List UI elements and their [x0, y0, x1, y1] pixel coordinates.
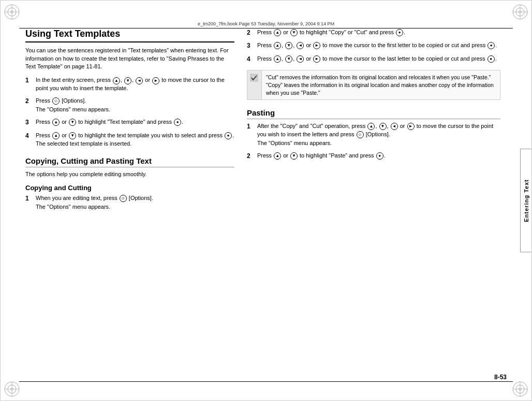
down-arrow-icon: ▼: [69, 119, 76, 126]
list-item: 1 In the text entry screen, press ▲, ▼, …: [25, 76, 234, 93]
down-arrow-icon: ▼: [379, 123, 387, 130]
step-num: 2: [247, 152, 253, 161]
svg-point-14: [10, 388, 13, 391]
up-arrow-icon: ▲: [52, 119, 60, 126]
select-btn-icon: ●: [225, 132, 232, 139]
down-arrow-icon: ▼: [285, 55, 292, 63]
up-arrow-icon: ▲: [113, 77, 120, 84]
step-content: Press ▲ or ▼ to highlight "Text template…: [36, 118, 234, 126]
svg-point-4: [10, 10, 13, 13]
options-btn-icon: ☺: [120, 195, 127, 202]
sub-text: The "Options" menu appears.: [36, 203, 234, 211]
section1-body: You can use the sentences registered in …: [25, 47, 234, 71]
up-arrow-icon: ▲: [52, 132, 60, 139]
down-arrow-icon: ▼: [124, 77, 131, 84]
select-btn-icon: ●: [487, 42, 495, 49]
section2-body: The options help you complete editing sm…: [25, 170, 234, 179]
list-item: 4 Press ▲ or ▼ to highlight the text tem…: [25, 132, 234, 149]
sub-text: The "Options" menu appears.: [36, 106, 234, 114]
right-column: 2 Press ▲ or ▼ to highlight "Copy" or "C…: [247, 28, 500, 375]
step-num: 1: [25, 194, 32, 203]
up-arrow-icon: ▲: [274, 55, 281, 63]
page-number: 8-53: [494, 374, 507, 381]
svg-point-19: [519, 388, 522, 391]
left-arrow-icon: ◄: [297, 55, 304, 63]
corner-decoration-br: [511, 380, 529, 398]
note-icon: [247, 70, 262, 99]
svg-point-9: [519, 10, 522, 13]
select-btn-icon: ●: [396, 29, 403, 36]
left-arrow-icon: ◄: [136, 77, 143, 84]
step-content: Press ▲ or ▼ to highlight "Copy" or "Cut…: [257, 28, 500, 37]
down-arrow-icon: ▼: [285, 42, 292, 49]
right-arrow-icon: ►: [407, 123, 415, 130]
step-num: 3: [25, 118, 32, 127]
step-content: Press ▲, ▼, ◄ or ► to move the cursor to…: [257, 55, 500, 63]
step-content: When you are editing text, press ☺ [Opti…: [36, 194, 234, 211]
step-content: Press ☺ [Options]. The "Options" menu ap…: [36, 97, 234, 114]
sub-text: The "Options" menu appears.: [257, 139, 500, 148]
left-arrow-icon: ◄: [297, 42, 304, 49]
page-container: e_tm200_7fm.book Page 53 Tuesday, Novemb…: [0, 0, 532, 401]
header-text: e_tm200_7fm.book Page 53 Tuesday, Novemb…: [198, 21, 334, 26]
options-btn-icon: ☺: [357, 131, 364, 138]
left-arrow-icon: ◄: [391, 123, 398, 130]
up-arrow-icon: ▲: [274, 42, 281, 49]
bottom-bar: [19, 381, 513, 382]
section2-title: Copying, Cutting and Pasting Text: [25, 156, 234, 167]
header-bar: e_tm200_7fm.book Page 53 Tuesday, Novemb…: [19, 19, 513, 28]
section1-steps: 1 In the text entry screen, press ▲, ▼, …: [25, 76, 234, 148]
list-item: 1 After the "Copy" and "Cut" operation, …: [247, 122, 500, 148]
step-num: 2: [25, 97, 32, 106]
step-num: 3: [247, 41, 253, 50]
options-btn-icon: ☺: [52, 97, 60, 105]
right-arrow-icon: ►: [152, 77, 159, 84]
checkmark-icon: [250, 74, 258, 82]
select-btn-icon: ●: [174, 119, 181, 126]
sub-text: The selected text template is inserted.: [36, 140, 234, 148]
section2a-steps: 1 When you are editing text, press ☺ [Op…: [25, 194, 234, 211]
step-num: 4: [25, 132, 32, 140]
right-arrow-icon: ►: [313, 42, 320, 49]
step-num: 1: [247, 122, 253, 131]
list-item: 4 Press ▲, ▼, ◄ or ► to move the cursor …: [247, 55, 500, 64]
side-tab: Entering Text: [520, 149, 531, 252]
note-box: "Cut" removes the information from its o…: [247, 70, 500, 100]
down-arrow-icon: ▼: [69, 132, 76, 139]
section2a-title: Copying and Cutting: [25, 184, 234, 192]
note-text: "Cut" removes the information from its o…: [262, 70, 500, 99]
list-item: 1 When you are editing text, press ☺ [Op…: [25, 194, 234, 211]
content-area: Using Text Templates You can use the sen…: [25, 28, 500, 375]
down-arrow-icon: ▼: [290, 29, 298, 36]
list-item: 2 Press ▲ or ▼ to highlight "Paste" and …: [247, 152, 500, 161]
list-item: 2 Press ▲ or ▼ to highlight "Copy" or "C…: [247, 28, 500, 37]
up-arrow-icon: ▲: [274, 152, 281, 160]
step-num: 2: [247, 28, 253, 37]
up-arrow-icon: ▲: [367, 123, 375, 130]
step-num: 1: [25, 76, 32, 85]
section1-title: Using Text Templates: [25, 28, 234, 42]
step-content: Press ▲, ▼, ◄ or ► to move the cursor to…: [257, 41, 500, 50]
list-item: 3 Press ▲ or ▼ to highlight "Text templa…: [25, 118, 234, 127]
left-column: Using Text Templates You can use the sen…: [25, 28, 234, 375]
step-num: 4: [247, 55, 253, 64]
step-content: After the "Copy" and "Cut" operation, pr…: [257, 122, 500, 148]
select-btn-icon: ●: [376, 152, 383, 160]
step-content: Press ▲ or ▼ to highlight "Paste" and pr…: [257, 152, 500, 160]
corner-decoration-tl: [3, 3, 21, 21]
select-btn-icon: ●: [487, 55, 495, 63]
step-content: Press ▲ or ▼ to highlight the text templ…: [36, 132, 234, 149]
pasting-title: Pasting: [247, 108, 500, 119]
up-arrow-icon: ▲: [274, 29, 281, 36]
pasting-steps: 1 After the "Copy" and "Cut" operation, …: [247, 122, 500, 161]
corner-decoration-tr: [511, 3, 529, 21]
right-arrow-icon: ►: [313, 55, 320, 63]
side-tab-label: Entering Text: [523, 179, 529, 222]
down-arrow-icon: ▼: [290, 152, 298, 160]
list-item: 2 Press ☺ [Options]. The "Options" menu …: [25, 97, 234, 114]
list-item: 3 Press ▲, ▼, ◄ or ► to move the cursor …: [247, 41, 500, 50]
step-content: In the text entry screen, press ▲, ▼, ◄ …: [36, 76, 234, 93]
copy-cut-steps: 2 Press ▲ or ▼ to highlight "Copy" or "C…: [247, 28, 500, 64]
corner-decoration-bl: [3, 380, 21, 398]
